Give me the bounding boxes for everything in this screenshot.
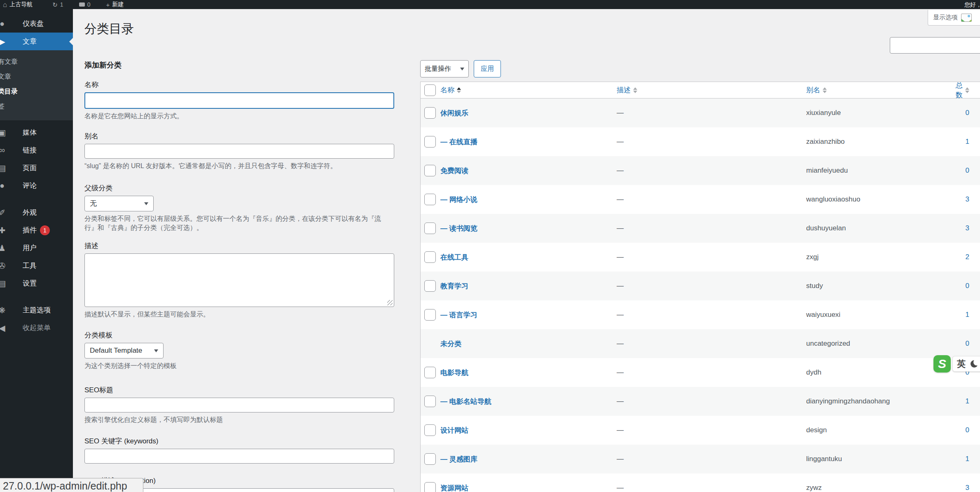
category-description: — [617, 282, 806, 290]
category-name-link[interactable]: 资源网站 [440, 484, 468, 492]
sidebar-item-theme-options[interactable]: ❋主题选项 [0, 301, 73, 319]
slug-input[interactable] [84, 144, 394, 159]
sort-by-description-header[interactable]: 描述 [617, 85, 637, 95]
row-checkbox[interactable] [424, 396, 436, 407]
sidebar-item-tools[interactable]: ✇工具 [0, 257, 73, 274]
category-count-link[interactable]: 2 [966, 253, 969, 261]
sidebar-item-links[interactable]: ∞链接 [0, 141, 73, 159]
bulk-actions-select[interactable]: 批量操作 [420, 60, 469, 77]
sidebar-item-media[interactable]: ▣媒体 [0, 124, 73, 141]
row-checkbox[interactable] [424, 453, 436, 465]
seo-keywords-input[interactable] [84, 449, 394, 464]
category-count-link[interactable]: 0 [966, 109, 969, 117]
row-checkbox[interactable] [424, 107, 436, 119]
category-name-link[interactable]: — 灵感图库 [440, 455, 477, 463]
category-count-link[interactable]: 1 [966, 397, 969, 405]
apply-button[interactable]: 应用 [474, 60, 501, 77]
category-count-link[interactable]: 0 [966, 340, 969, 347]
pages-icon: ▤ [0, 163, 8, 173]
seo-title-label: SEO标题 [84, 385, 394, 395]
category-count-link[interactable]: 3 [966, 195, 969, 203]
select-all-checkbox[interactable] [424, 84, 436, 96]
sidebar-item-appearance[interactable]: ✐外观 [0, 204, 73, 221]
sidebar-subitem-tags[interactable]: 标签 [0, 99, 73, 114]
sort-by-name-header[interactable]: 名称 [440, 85, 461, 95]
sidebar-item-pages[interactable]: ▤页面 [0, 159, 73, 177]
table-row: 免费阅读—mianfeiyuedu0 [421, 156, 980, 185]
search-categories-input[interactable] [890, 37, 980, 54]
sort-by-slug-header[interactable]: 别名 [806, 85, 827, 95]
sidebar-subitem-all-posts[interactable]: 所有文章 [0, 54, 73, 69]
category-count-link[interactable]: 0 [966, 426, 969, 434]
category-count-link[interactable]: 1 [966, 455, 969, 463]
category-name-link[interactable]: 教育学习 [440, 282, 468, 290]
sidebar-item-dashboard[interactable]: ●仪表盘 [0, 15, 73, 33]
row-checkbox[interactable] [424, 165, 436, 176]
table-row: 未分类—uncategorized0 [421, 329, 980, 358]
description-textarea[interactable] [84, 253, 394, 307]
admin-bar-updates[interactable]: ↻ 1 [52, 1, 63, 8]
category-name-link[interactable]: 在线工具 [440, 253, 468, 261]
sidebar-item-users[interactable]: ♟用户 [0, 239, 73, 257]
ime-mode-indicator[interactable]: 英 [957, 358, 966, 370]
category-count-link[interactable]: 0 [966, 282, 969, 290]
admin-bar-site[interactable]: ⌂ 上古导航 [6, 1, 33, 8]
screen-options-button[interactable]: 显示选项 [928, 10, 980, 26]
table-row: — 在线直播—zaixianzhibo1 [421, 127, 980, 156]
row-checkbox[interactable] [424, 136, 436, 148]
category-name-link[interactable]: — 网络小说 [440, 196, 477, 204]
sidebar-item-label: 评论 [23, 181, 37, 190]
sogou-logo-icon[interactable]: S [933, 355, 951, 373]
resize-handle-icon[interactable] [387, 300, 393, 305]
category-description: — [617, 253, 806, 261]
sidebar-item-label: 页面 [23, 163, 37, 173]
row-checkbox[interactable] [424, 223, 436, 234]
admin-bar-greeting[interactable]: 您好， [964, 0, 980, 9]
sidebar-item-comments[interactable]: ●评论 [0, 177, 73, 194]
ime-widget: S 英 [933, 355, 980, 373]
row-checkbox[interactable] [424, 424, 436, 436]
category-count-link[interactable]: 1 [966, 138, 969, 145]
parent-category-select[interactable]: 无 [84, 196, 154, 211]
category-name-link[interactable]: — 电影名站导航 [440, 398, 491, 405]
seo-title-input[interactable] [84, 398, 394, 412]
sidebar-item-label: 链接 [23, 145, 37, 155]
category-template-select[interactable]: Default Template [84, 343, 164, 358]
row-checkbox[interactable] [424, 280, 436, 292]
category-count-link[interactable]: 3 [966, 224, 969, 232]
sort-by-count-header[interactable]: 总数 [950, 81, 969, 100]
category-count-link[interactable]: 3 [966, 484, 969, 492]
sidebar-item-collapse-menu[interactable]: ◀收起菜单 [0, 319, 73, 337]
row-checkbox[interactable] [424, 309, 436, 321]
category-name-link[interactable]: — 语言学习 [440, 311, 477, 319]
category-name-link[interactable]: — 在线直播 [440, 138, 477, 146]
table-row: 休闲娱乐—xiuxianyule0 [421, 98, 980, 127]
admin-bar-comments[interactable]: 0 [79, 1, 91, 8]
category-name-link[interactable]: 设计网站 [440, 426, 468, 434]
row-checkbox[interactable] [424, 251, 436, 263]
category-count-link[interactable]: 1 [966, 311, 969, 319]
row-checkbox[interactable] [424, 194, 436, 205]
category-name-link[interactable]: — 读书阅览 [440, 225, 477, 232]
category-name-link[interactable]: 未分类 [440, 340, 461, 348]
sidebar-item-plugins[interactable]: ✚插件1 [0, 221, 73, 239]
name-input[interactable] [84, 92, 394, 109]
moon-icon[interactable] [971, 360, 978, 368]
sidebar-item-settings[interactable]: ▤设置 [0, 274, 73, 292]
row-checkbox[interactable] [424, 367, 436, 378]
admin-bar-new[interactable]: + 新建 [106, 1, 124, 8]
table-row: — 电影名站导航—dianyingmingzhandaohang1 [421, 387, 980, 416]
page-title: 分类目录 [84, 21, 134, 37]
row-checkbox[interactable] [424, 482, 436, 492]
category-name-link[interactable]: 休闲娱乐 [440, 109, 468, 117]
sidebar-item-posts[interactable]: ▶文章 [0, 33, 73, 50]
chevron-down-icon [154, 349, 158, 354]
sidebar-subitem-categories[interactable]: 分类目录 [0, 84, 73, 99]
category-count-link[interactable]: 0 [966, 166, 969, 174]
sidebar-subitem-new-post[interactable]: 写文章 [0, 69, 73, 84]
category-name-link[interactable]: 免费阅读 [440, 167, 468, 175]
category-name-link[interactable]: 电影导航 [440, 369, 468, 377]
sidebar-subitem-label: 所有文章 [0, 54, 18, 69]
chevron-down-icon [144, 202, 148, 207]
sort-arrows-icon [633, 87, 637, 93]
